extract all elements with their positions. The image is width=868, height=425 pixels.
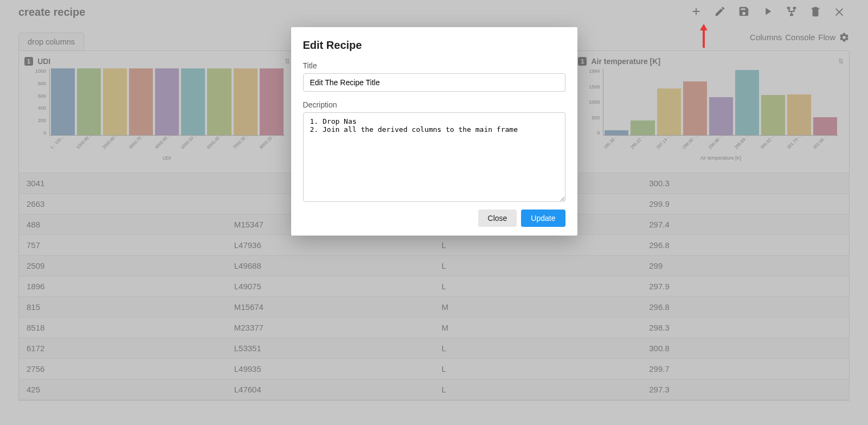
description-textarea[interactable] (303, 112, 565, 202)
close-button[interactable]: Close (478, 210, 517, 227)
edit-recipe-modal: Edit Recipe Title Decription Close Updat… (291, 27, 577, 236)
title-label: Title (303, 61, 565, 70)
title-input[interactable] (303, 73, 565, 92)
update-button[interactable]: Update (521, 210, 565, 227)
description-label: Decription (303, 100, 565, 109)
modal-heading: Edit Recipe (303, 39, 565, 52)
annotation-arrow-icon (700, 24, 708, 48)
